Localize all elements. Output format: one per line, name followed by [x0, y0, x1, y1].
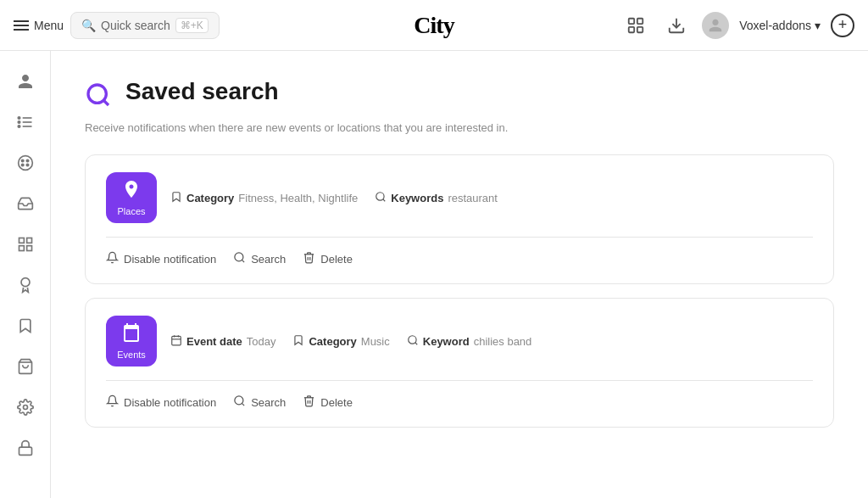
bell-icon-places	[106, 251, 119, 266]
notifications-button[interactable]	[620, 10, 651, 41]
sidebar	[0, 51, 51, 498]
page-header: Saved search	[85, 78, 834, 115]
places-icon	[121, 179, 142, 204]
events-icon-box: Events	[106, 316, 157, 367]
disable-notification-label-places: Disable notification	[124, 253, 216, 266]
search-meta-icon-events	[407, 334, 419, 349]
menu-button[interactable]: Menu	[14, 19, 64, 32]
svg-point-20	[21, 278, 30, 287]
meta-keywords-places: Keywords restaurant	[375, 191, 498, 205]
svg-point-22	[23, 406, 27, 410]
download-button[interactable]	[661, 10, 692, 41]
sidebar-item-inbox[interactable]	[8, 187, 42, 221]
sidebar-item-palette[interactable]	[8, 146, 42, 180]
places-icon-box: Places	[106, 172, 157, 223]
sidebar-item-bag[interactable]	[8, 350, 42, 383]
svg-point-12	[21, 159, 24, 162]
category-value-places: Fitness, Health, Nightlife	[238, 192, 358, 204]
category-value-events: Music	[361, 335, 390, 348]
card-header-places: Places Category Fitness, Health, Nightli…	[106, 172, 813, 223]
svg-point-28	[235, 253, 243, 261]
hamburger-icon	[14, 20, 29, 31]
search-button-places[interactable]: Search	[233, 251, 286, 266]
card-meta-places: Category Fitness, Health, Nightlife Keyw…	[170, 191, 498, 205]
trash-icon-events	[303, 394, 315, 410]
card-actions-events: Disable notification Search Delete	[106, 394, 813, 410]
search-action-icon-places	[233, 251, 246, 266]
bell-icon-events	[106, 394, 119, 410]
svg-rect-3	[637, 26, 643, 31]
sidebar-item-list[interactable]	[8, 105, 42, 139]
events-icon-label: Events	[117, 350, 146, 360]
svg-point-14	[21, 164, 24, 166]
svg-point-11	[18, 156, 32, 171]
svg-rect-19	[26, 246, 31, 251]
svg-point-15	[26, 164, 29, 166]
menu-label: Menu	[34, 19, 64, 32]
avatar[interactable]	[702, 12, 729, 39]
card-header-events: Events Event date Today Categor	[106, 316, 813, 367]
sidebar-item-lock[interactable]	[8, 431, 42, 465]
search-meta-icon-places	[375, 191, 387, 205]
add-button[interactable]: +	[831, 14, 854, 37]
main-layout: Saved search Receive notifications when …	[0, 51, 868, 498]
search-shortcut: ⌘+K	[175, 18, 209, 33]
search-action-icon-events	[233, 394, 246, 410]
topnav-left: Menu 🔍 Quick search ⌘+K	[14, 12, 220, 39]
chevron-down-icon: ▾	[815, 19, 821, 32]
svg-line-27	[383, 199, 386, 201]
sidebar-item-person[interactable]	[8, 64, 42, 98]
meta-category-events: Category Music	[292, 334, 389, 349]
svg-rect-0	[629, 18, 634, 23]
search-button-events[interactable]: Search	[233, 394, 286, 410]
svg-line-25	[103, 100, 108, 105]
svg-line-35	[415, 342, 417, 344]
delete-button-events[interactable]: Delete	[303, 394, 353, 410]
search-label-events: Search	[251, 396, 286, 409]
svg-point-36	[235, 396, 243, 405]
disable-notification-label-events: Disable notification	[124, 396, 216, 409]
app-logo: City	[414, 12, 453, 39]
saved-search-card-events: Events Event date Today Categor	[85, 298, 834, 428]
keyword-value-events: chilies band	[474, 335, 532, 348]
search-label-places: Search	[251, 253, 286, 266]
event-date-value: Today	[247, 335, 276, 348]
sidebar-item-award[interactable]	[8, 268, 42, 302]
disable-notification-button-places[interactable]: Disable notification	[106, 251, 216, 266]
svg-point-8	[18, 117, 20, 120]
card-actions-places: Disable notification Search Delete	[106, 251, 813, 266]
svg-point-13	[26, 159, 29, 162]
keyword-label-events: Keyword	[423, 335, 470, 348]
svg-line-29	[242, 260, 245, 262]
meta-keyword-events: Keyword chilies band	[407, 334, 532, 349]
svg-rect-1	[637, 18, 643, 23]
username[interactable]: Voxel-addons ▾	[739, 19, 821, 32]
sidebar-item-grid[interactable]	[8, 227, 42, 261]
sidebar-item-bookmark[interactable]	[8, 309, 42, 343]
meta-category-places: Category Fitness, Health, Nightlife	[170, 191, 358, 205]
page-title: Saved search	[125, 78, 279, 105]
svg-point-10	[18, 126, 20, 128]
bookmark-icon-events	[292, 334, 304, 349]
svg-rect-16	[19, 238, 24, 243]
meta-event-date: Event date Today	[170, 334, 275, 349]
svg-rect-30	[172, 336, 181, 345]
quick-search-bar[interactable]: 🔍 Quick search ⌘+K	[70, 12, 220, 39]
svg-rect-18	[19, 246, 24, 251]
category-label-events: Category	[309, 335, 356, 348]
page-search-icon	[85, 81, 112, 115]
saved-search-card-places: Places Category Fitness, Health, Nightli…	[85, 154, 834, 284]
main-content: Saved search Receive notifications when …	[51, 51, 868, 498]
bookmark-icon	[170, 191, 182, 205]
svg-point-26	[376, 192, 384, 199]
event-date-label: Event date	[186, 335, 242, 348]
svg-point-34	[409, 335, 416, 343]
page-subtitle: Receive notifications when there are new…	[85, 121, 834, 134]
sidebar-item-settings[interactable]	[8, 390, 42, 424]
delete-label-places: Delete	[320, 253, 353, 266]
svg-point-9	[18, 121, 20, 124]
card-meta-events: Event date Today Category Music	[170, 334, 531, 349]
delete-button-places[interactable]: Delete	[303, 251, 353, 266]
trash-icon-places	[303, 251, 315, 266]
disable-notification-button-events[interactable]: Disable notification	[106, 394, 216, 410]
